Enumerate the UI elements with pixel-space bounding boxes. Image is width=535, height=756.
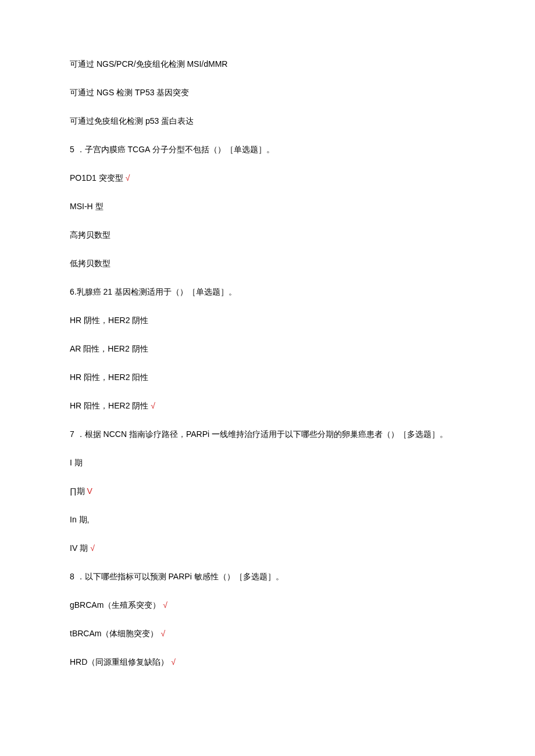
- check-icon: √: [151, 401, 155, 410]
- document-body: 可通过 NGS/PCR/免疫组化检测 MSI/dMMR可通过 NGS 检测 TP…: [70, 58, 465, 668]
- text-line: In 期,: [70, 514, 465, 526]
- text-line: HR 阳性，HER2 阴性√: [70, 400, 465, 412]
- text-line: HRD（同源重组修复缺陷）√: [70, 656, 465, 668]
- check-icon: √: [163, 600, 167, 610]
- text-line: 6.乳腺癌 21 基因检测适用于（）［单选题］。: [70, 286, 465, 298]
- text-line: ∏期V: [70, 485, 465, 497]
- text-line: 可通过 NGS 检测 TP53 基因突变: [70, 87, 465, 99]
- check-icon: V: [87, 486, 92, 496]
- line-text: 可通过 NGS/PCR/免疫组化检测 MSI/dMMR: [70, 59, 227, 69]
- text-line: 可通过 NGS/PCR/免疫组化检测 MSI/dMMR: [70, 58, 465, 70]
- text-line: 8 ．以下哪些指标可以预测 PARPi 敏感性（）［多选题］。: [70, 571, 465, 583]
- text-line: 低拷贝数型: [70, 257, 465, 270]
- text-line: I 期: [70, 457, 465, 469]
- text-line: gBRCAm（生殖系突变）√: [70, 599, 465, 611]
- line-text: 可通过免疫组化检测 p53 蛋白表达: [70, 116, 194, 126]
- line-text: gBRCAm（生殖系突变）: [70, 600, 160, 610]
- text-line: HR 阳性，HER2 阳性: [70, 371, 465, 384]
- line-text: 7 ．根据 NCCN 指南诊疗路径，PARPi 一线维持治疗适用于以下哪些分期的…: [70, 429, 448, 439]
- text-line: PO1D1 突变型√: [70, 172, 465, 184]
- line-text: 高拷贝数型: [70, 230, 110, 239]
- check-icon: √: [171, 657, 176, 667]
- text-line: 5 ．子宫内膜癌 TCGA 分子分型不包括（）［单选题］。: [70, 144, 465, 156]
- line-text: HRD（同源重组修复缺陷）: [70, 657, 169, 667]
- line-text: 8 ．以下哪些指标可以预测 PARPi 敏感性（）［多选题］。: [70, 572, 284, 581]
- line-text: PO1D1 突变型: [70, 173, 123, 182]
- line-text: 5 ．子宫内膜癌 TCGA 分子分型不包括（）［单选题］。: [70, 145, 274, 154]
- text-line: 7 ．根据 NCCN 指南诊疗路径，PARPi 一线维持治疗适用于以下哪些分期的…: [70, 428, 465, 440]
- check-icon: √: [126, 173, 130, 182]
- text-line: MSI-H 型: [70, 200, 465, 213]
- line-text: 低拷贝数型: [70, 259, 110, 268]
- line-text: MSI-H 型: [70, 202, 104, 211]
- text-line: 可通过免疫组化检测 p53 蛋白表达: [70, 115, 465, 127]
- line-text: I 期: [70, 458, 83, 467]
- line-text: HR 阴性，HER2 阴性: [70, 316, 148, 325]
- line-text: 可通过 NGS 检测 TP53 基因突变: [70, 88, 189, 97]
- check-icon: √: [90, 543, 95, 553]
- line-text: ∏期: [70, 486, 85, 496]
- text-line: tBRCAm（体细胞突变）√: [70, 628, 465, 640]
- line-text: HR 阳性，HER2 阳性: [70, 372, 148, 382]
- line-text: AR 阳性，HER2 阴性: [70, 344, 148, 353]
- text-line: IV 期√: [70, 542, 465, 554]
- line-text: 6.乳腺癌 21 基因检测适用于（）［单选题］。: [70, 287, 237, 296]
- line-text: In 期,: [70, 515, 89, 524]
- line-text: IV 期: [70, 543, 88, 553]
- check-icon: √: [160, 629, 165, 638]
- line-text: tBRCAm（体细胞突变）: [70, 629, 158, 638]
- text-line: AR 阳性，HER2 阴性: [70, 343, 465, 355]
- text-line: 高拷贝数型: [70, 229, 465, 241]
- line-text: HR 阳性，HER2 阴性: [70, 401, 148, 410]
- text-line: HR 阴性，HER2 阴性: [70, 314, 465, 327]
